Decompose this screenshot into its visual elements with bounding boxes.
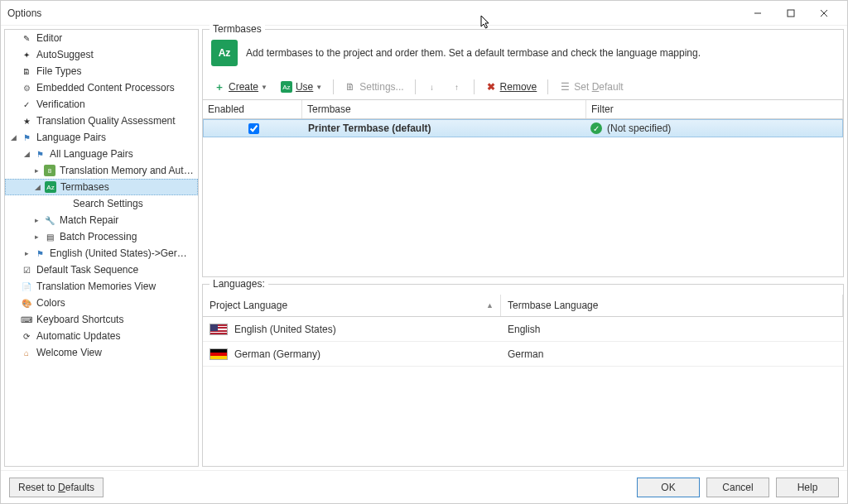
check-icon: ✓ xyxy=(590,122,602,134)
sidebar-item-verification[interactable]: ✓Verification xyxy=(5,96,198,113)
termbase-row[interactable]: Printer Termbase (default) ✓(Not specifi… xyxy=(203,119,843,137)
language-row[interactable]: English (United States) English xyxy=(203,317,843,342)
termbase-filter-cell: ✓(Not specified) xyxy=(585,121,842,136)
termbase-name-cell: Printer Termbase (default) xyxy=(303,121,585,136)
ok-button[interactable]: OK xyxy=(637,478,700,497)
languages-group: Languages: Project Language▲ Termbase La… xyxy=(202,284,844,467)
sidebar-item-language-pairs[interactable]: ◢⚑Language Pairs xyxy=(5,129,198,146)
termbases-group-title: Termbases xyxy=(210,23,265,35)
sidebar-item-colors[interactable]: 🎨Colors xyxy=(5,295,198,311)
sidebar-item-welcome[interactable]: ⌂Welcome View xyxy=(5,344,198,361)
sidebar-item-keyboard[interactable]: ⌨Keyboard Shortcuts xyxy=(5,311,198,328)
sidebar-item-editor[interactable]: ✎Editor xyxy=(5,30,198,46)
sidebar-item-autosuggest[interactable]: ✦AutoSuggest xyxy=(5,46,198,63)
cancel-button[interactable]: Cancel xyxy=(706,478,769,497)
remove-button[interactable]: ✖Remove xyxy=(479,78,543,96)
titlebar: Options xyxy=(1,1,847,26)
use-button[interactable]: AzUse▼ xyxy=(275,78,328,96)
sidebar-item-tqa[interactable]: ★Translation Quality Assessment xyxy=(5,113,198,129)
main-panel: Termbases Az Add termbases to the projec… xyxy=(202,29,844,467)
sidebar-item-default-task[interactable]: ☑Default Task Sequence xyxy=(5,262,198,278)
sidebar-tree[interactable]: ✎Editor ✦AutoSuggest 🗎File Types ⚙Embedd… xyxy=(4,29,199,467)
sidebar-item-embedded[interactable]: ⚙Embedded Content Processors xyxy=(5,79,198,96)
toolbar-separator-3 xyxy=(474,79,475,94)
sidebar-item-search-settings[interactable]: Search Settings xyxy=(5,195,198,212)
flag-us-icon xyxy=(210,324,228,335)
close-button[interactable] xyxy=(807,2,841,25)
sidebar-item-batch-processing[interactable]: ▸▤Batch Processing xyxy=(5,228,198,245)
termbase-enabled-cell[interactable] xyxy=(204,122,303,136)
col-termbase-language[interactable]: Termbase Language xyxy=(501,295,843,316)
svg-rect-1 xyxy=(788,10,794,17)
flag-de-icon xyxy=(210,348,228,360)
sidebar-item-en-de[interactable]: ▸⚑English (United States)->German (G xyxy=(5,245,198,262)
toolbar-separator-2 xyxy=(415,79,416,94)
sidebar-item-tm-view[interactable]: 📄Translation Memories View xyxy=(5,278,198,295)
col-termbase[interactable]: Termbase xyxy=(302,100,586,118)
termbase-grid-header: Enabled Termbase Filter xyxy=(203,99,843,119)
body: ✎Editor ✦AutoSuggest 🗎File Types ⚙Embedd… xyxy=(1,26,847,470)
sort-asc-icon: ▲ xyxy=(486,301,494,310)
col-filter[interactable]: Filter xyxy=(586,100,843,118)
move-down-button[interactable]: ↓ xyxy=(421,78,444,96)
sidebar-item-translation-memory[interactable]: ▸8Translation Memory and Autom xyxy=(5,162,198,179)
help-button[interactable]: Help xyxy=(776,478,839,497)
minimize-button[interactable] xyxy=(741,2,774,25)
termbases-description-row: Az Add termbases to the project and orde… xyxy=(203,30,843,74)
set-default-button[interactable]: ☰Set Default xyxy=(553,78,629,96)
languages-group-title: Languages: xyxy=(210,278,268,290)
options-window: Options ✎Editor ✦AutoSuggest 🗎File Types… xyxy=(0,0,848,504)
termbases-toolbar: ＋Create▼ AzUse▼ 🗎Settings... ↓ ↑ ✖Remove… xyxy=(203,74,843,99)
col-project-language[interactable]: Project Language▲ xyxy=(203,295,501,316)
termbase-icon: Az xyxy=(211,40,238,66)
sidebar-item-match-repair[interactable]: ▸🔧Match Repair xyxy=(5,212,198,228)
termbases-group: Termbases Az Add termbases to the projec… xyxy=(202,29,844,277)
move-up-button[interactable]: ↑ xyxy=(446,78,469,96)
sidebar-item-filetypes[interactable]: 🗎File Types xyxy=(5,63,198,79)
termbases-description: Add termbases to the project and order t… xyxy=(246,47,701,59)
settings-button[interactable]: 🗎Settings... xyxy=(339,78,409,96)
sidebar-item-all-language-pairs[interactable]: ◢⚑All Language Pairs xyxy=(5,146,198,162)
sidebar-item-termbases[interactable]: ◢AzTermbases xyxy=(5,179,198,195)
languages-grid-header: Project Language▲ Termbase Language xyxy=(203,285,843,317)
sidebar-item-updates[interactable]: ⟳Automatic Updates xyxy=(5,328,198,344)
col-enabled[interactable]: Enabled xyxy=(203,100,302,118)
maximize-button[interactable] xyxy=(774,2,807,25)
create-button[interactable]: ＋Create▼ xyxy=(208,78,273,96)
termbase-enabled-checkbox[interactable] xyxy=(248,123,259,134)
toolbar-separator xyxy=(333,79,334,94)
window-title: Options xyxy=(7,7,741,19)
reset-defaults-button[interactable]: Reset to Defaults xyxy=(9,478,104,497)
toolbar-separator-4 xyxy=(547,79,548,94)
footer: Reset to Defaults OK Cancel Help xyxy=(1,470,847,503)
language-row[interactable]: German (Germany) German xyxy=(203,342,843,367)
